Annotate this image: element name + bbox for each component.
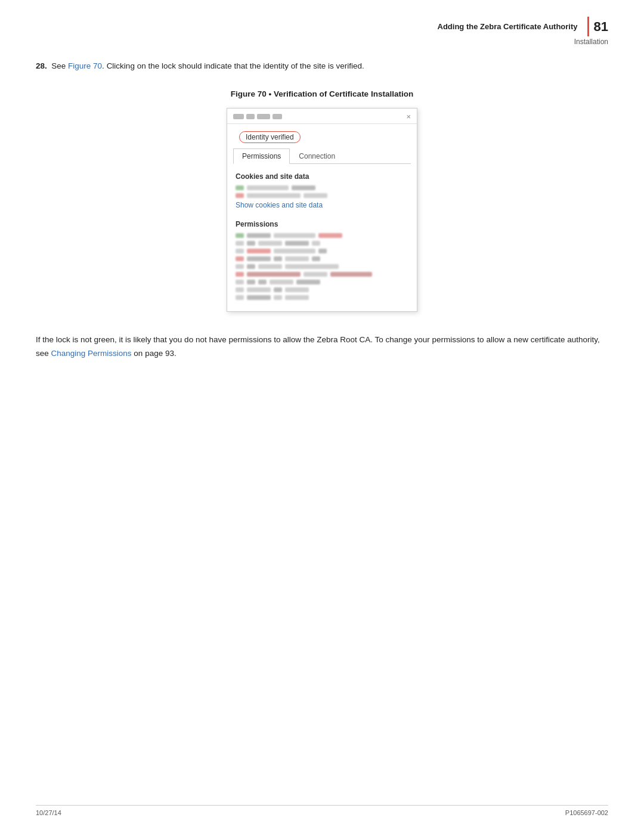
perm-label-8 xyxy=(247,287,271,292)
chapter-title: Adding the Zebra Certificate Authority xyxy=(438,21,578,33)
perm-status-6 xyxy=(330,272,372,277)
perm-row-8 xyxy=(236,287,408,292)
perm-icon-5 xyxy=(236,264,244,269)
cookie-row-2 xyxy=(236,193,408,198)
perm-icon-7 xyxy=(236,280,244,284)
permissions-section-title: Permissions xyxy=(236,220,408,228)
changing-permissions-link[interactable]: Changing Permissions xyxy=(51,349,132,358)
perm-row-2 xyxy=(236,241,408,246)
perm-spacer-7 xyxy=(247,280,255,284)
step-28-text: Clicking on the lock should indicate tha… xyxy=(107,61,364,70)
perm-val-9 xyxy=(274,295,282,300)
identity-badge-container: Identity verified xyxy=(227,124,417,148)
main-content: 28. See Figure 70. Clicking on the lock … xyxy=(36,60,608,360)
perm-icon-8 xyxy=(236,287,244,292)
perm-val-8a xyxy=(274,287,282,292)
step-28-line: 28. See Figure 70. Clicking on the lock … xyxy=(36,60,608,73)
identity-verified-badge: Identity verified xyxy=(239,131,301,143)
perm-val-5 xyxy=(285,264,339,269)
perm-icon-4 xyxy=(236,256,244,261)
perm-label-4b xyxy=(274,256,282,261)
cookies-section-title: Cookies and site data xyxy=(236,172,408,181)
footer-date: 10/27/14 xyxy=(36,809,61,816)
perm-icon-2 xyxy=(236,241,244,246)
perm-label-5 xyxy=(258,264,282,269)
footer-doc-id: P1065697-002 xyxy=(565,809,608,816)
perm-row-5 xyxy=(236,264,408,269)
perm-val-2 xyxy=(285,241,309,246)
perm-label-7b xyxy=(270,280,293,284)
blur-medium-1 xyxy=(292,185,315,190)
show-cookies-link[interactable]: Show cookies and site data xyxy=(236,201,323,209)
figure-caption: Figure 70 • Verification of Certificate … xyxy=(36,89,608,98)
perm-status-2 xyxy=(312,241,320,246)
page-footer: 10/27/14 P1065697-002 xyxy=(36,805,608,816)
close-button[interactable]: × xyxy=(406,112,411,121)
perm-label-2 xyxy=(258,241,282,246)
perm-val-3 xyxy=(274,249,315,253)
perm-label-7a xyxy=(258,280,267,284)
perm-label-6 xyxy=(247,272,301,277)
blur-light-1 xyxy=(247,185,289,190)
titlebar-block-3 xyxy=(257,114,270,119)
popup-tabs: Permissions Connection xyxy=(233,148,411,164)
body-text: If the lock is not green, it is likely t… xyxy=(36,333,608,361)
browser-popup: × Identity verified Permissions Connecti… xyxy=(227,108,417,312)
titlebar-block-2 xyxy=(246,114,255,119)
perm-val-1 xyxy=(274,233,315,238)
titlebar-block-4 xyxy=(273,114,282,119)
perm-label-3 xyxy=(247,249,271,253)
popup-content: Cookies and site data Show cookies and s… xyxy=(227,164,417,311)
blur-light-2 xyxy=(247,193,301,198)
perm-status-9 xyxy=(285,295,309,300)
perm-label-1 xyxy=(247,233,271,238)
perm-icon-6 xyxy=(236,272,244,277)
perm-row-7 xyxy=(236,280,408,284)
cookie-row-1 xyxy=(236,185,408,190)
perm-val-6 xyxy=(304,272,327,277)
perm-icon-1 xyxy=(236,233,244,238)
popup-titlebar: × xyxy=(227,109,417,124)
perm-row-4 xyxy=(236,256,408,261)
page-header: Adding the Zebra Certificate Authority 8… xyxy=(438,17,608,47)
perm-icon-3 xyxy=(236,249,244,253)
perm-val-8b xyxy=(285,287,309,292)
perm-status-4 xyxy=(312,256,320,261)
perm-row-6 xyxy=(236,272,408,277)
perm-spacer-2 xyxy=(247,241,255,246)
tab-connection[interactable]: Connection xyxy=(290,148,344,164)
blur-light-3 xyxy=(304,193,327,198)
blur-green-1 xyxy=(236,185,244,190)
perm-label-7c xyxy=(296,280,320,284)
step-number: 28. xyxy=(36,61,47,70)
figure-70-link[interactable]: Figure 70 xyxy=(68,61,102,70)
perm-status-3 xyxy=(318,249,327,253)
perm-label-9 xyxy=(247,295,271,300)
perm-val-4 xyxy=(285,256,309,261)
page-number: 81 xyxy=(587,17,608,36)
perm-label-4a xyxy=(247,256,271,261)
sub-chapter: Installation xyxy=(438,36,608,47)
browser-popup-wrapper: × Identity verified Permissions Connecti… xyxy=(36,108,608,312)
titlebar-blocks xyxy=(233,114,282,119)
perm-row-3 xyxy=(236,249,408,253)
perm-icon-9 xyxy=(236,295,244,300)
perm-row-9 xyxy=(236,295,408,300)
blur-pink-1 xyxy=(236,193,244,198)
perm-status-1 xyxy=(318,233,342,238)
perm-spacer-5 xyxy=(247,264,255,269)
body-text-suffix: on page 93. xyxy=(132,349,177,358)
perm-row-1 xyxy=(236,233,408,238)
tab-permissions[interactable]: Permissions xyxy=(233,148,290,164)
titlebar-block-1 xyxy=(233,114,244,119)
